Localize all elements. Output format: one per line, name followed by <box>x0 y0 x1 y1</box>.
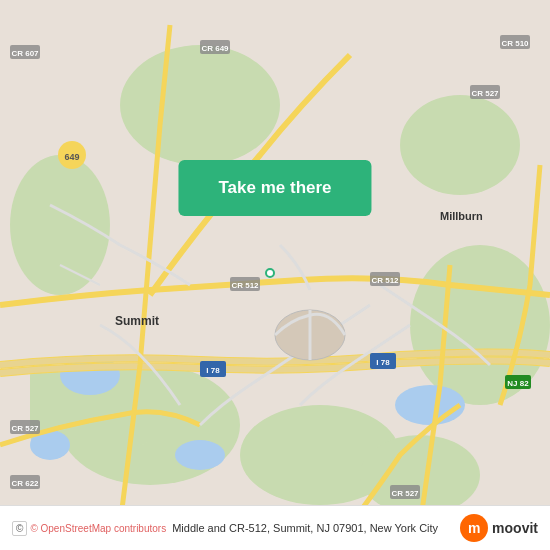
osm-link[interactable]: © OpenStreetMap contributors <box>30 523 166 534</box>
svg-text:CR 527: CR 527 <box>471 89 499 98</box>
location-address: Middle and CR-512, Summit, NJ 07901, New… <box>172 522 460 534</box>
svg-point-2 <box>10 155 110 295</box>
osm-logo: © <box>12 521 27 536</box>
svg-point-3 <box>400 95 520 195</box>
svg-text:Summit: Summit <box>115 314 159 328</box>
svg-text:649: 649 <box>64 152 79 162</box>
svg-text:CR 512: CR 512 <box>231 281 259 290</box>
svg-point-1 <box>120 45 280 165</box>
svg-text:CR 512: CR 512 <box>371 276 399 285</box>
svg-text:I 78: I 78 <box>206 366 220 375</box>
svg-text:CR 527: CR 527 <box>391 489 419 498</box>
svg-text:CR 607: CR 607 <box>11 49 39 58</box>
moovit-logo: m moovit <box>460 514 538 542</box>
svg-point-46 <box>266 269 274 277</box>
svg-text:CR 510: CR 510 <box>501 39 529 48</box>
bottom-bar: © © OpenStreetMap contributors Middle an… <box>0 505 550 550</box>
svg-text:NJ 82: NJ 82 <box>507 379 529 388</box>
svg-text:CR 649: CR 649 <box>201 44 229 53</box>
svg-text:Millburn: Millburn <box>440 210 483 222</box>
svg-point-11 <box>395 385 465 425</box>
svg-point-7 <box>360 435 480 515</box>
svg-text:I 78: I 78 <box>376 358 390 367</box>
svg-text:CR 622: CR 622 <box>11 479 39 488</box>
map-container: I 78 I 78 CR 512 CR 512 NJ CR 607 CR 649… <box>0 0 550 550</box>
svg-point-10 <box>175 440 225 470</box>
osm-attribution: © © OpenStreetMap contributors <box>12 521 166 536</box>
map-background: I 78 I 78 CR 512 CR 512 NJ CR 607 CR 649… <box>0 0 550 550</box>
svg-text:CR 527: CR 527 <box>11 424 39 433</box>
moovit-icon: m <box>460 514 488 542</box>
take-me-there-button[interactable]: Take me there <box>178 160 371 216</box>
moovit-name: moovit <box>492 520 538 536</box>
